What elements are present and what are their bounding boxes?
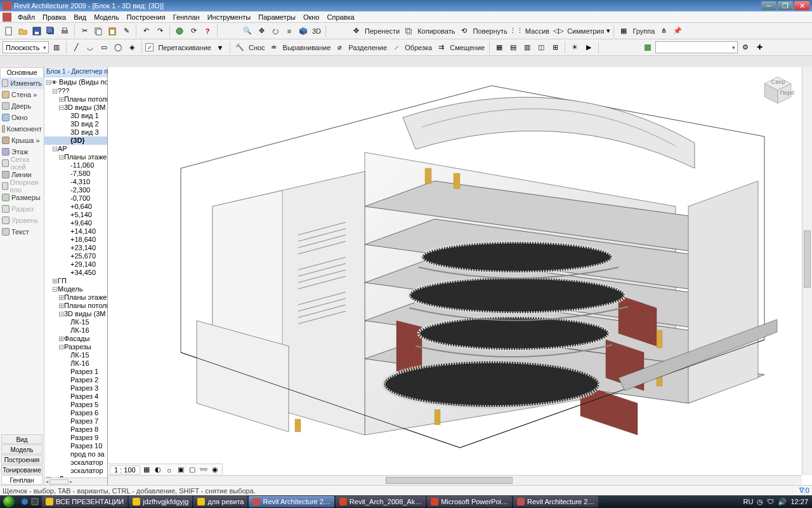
wp-show-button[interactable]: ▥ <box>50 41 63 54</box>
system-tray[interactable]: RU ◷ 🛡 🔊 12:27 <box>740 498 812 506</box>
pan-button[interactable]: ✥ <box>255 25 268 37</box>
tree-row[interactable]: эскалатор <box>44 458 107 467</box>
tree-row[interactable]: -7,580 <box>44 170 107 178</box>
design-tab-Модель[interactable]: Модель <box>1 444 43 454</box>
tree-row[interactable]: -11,060 <box>44 161 107 170</box>
copy-icon[interactable]: ⿻ <box>402 25 415 37</box>
menu-tools[interactable]: Инструменты <box>204 13 255 22</box>
tree-row[interactable]: ⊟Планы этаже <box>44 153 107 161</box>
saveall-button[interactable] <box>44 25 57 37</box>
copy-button[interactable] <box>92 25 105 37</box>
help-button[interactable]: ? <box>201 25 214 37</box>
tree-row[interactable]: ⊟3D виды (3М в <box>44 310 107 318</box>
tree-row[interactable]: Разрез 10 <box>44 442 107 450</box>
type-selector-dropdown[interactable] <box>655 41 738 53</box>
tree-row[interactable]: ЛК-16 <box>44 326 107 335</box>
browser-scrollbar[interactable]: ◂▸ <box>44 478 107 485</box>
offset-label[interactable]: Смещение <box>449 44 486 51</box>
shadows-icon[interactable]: ☼ <box>164 465 174 475</box>
design-tab-Вид[interactable]: Вид <box>1 434 43 444</box>
phase-icon[interactable] <box>641 41 654 54</box>
menu-file[interactable]: Файл <box>14 13 39 22</box>
properties-button[interactable]: ⚙ <box>739 41 752 54</box>
hide-button[interactable]: ▥ <box>521 41 534 54</box>
start-button[interactable] <box>0 495 18 508</box>
offset-icon[interactable]: ⇉ <box>435 41 447 54</box>
detail-level-icon[interactable]: ▦ <box>141 465 152 475</box>
move-label[interactable]: Перенести <box>363 27 401 35</box>
menu-site[interactable]: Генплан <box>169 13 204 22</box>
tree-row[interactable]: +34,450 <box>44 269 107 277</box>
tree-row[interactable]: ⊞Планы этаже <box>44 293 107 302</box>
3dview-icon[interactable] <box>297 25 310 37</box>
tree-row[interactable]: +23,140 <box>44 244 107 252</box>
match-button[interactable]: ✎ <box>120 25 133 37</box>
tree-row[interactable]: эскалатор <box>44 467 107 475</box>
move-icon[interactable]: ✥ <box>350 25 362 37</box>
tree-row[interactable]: ⊟АР <box>44 145 107 153</box>
app-menu-icon[interactable] <box>3 13 11 22</box>
demolish-icon[interactable]: 🔨 <box>233 41 246 54</box>
taskbar-item[interactable]: Microsoft PowerPoi… <box>427 496 512 507</box>
trim-label[interactable]: Обрезка <box>403 44 433 51</box>
hide-isolate-icon[interactable]: 👓 <box>199 465 209 475</box>
thinlines-button[interactable]: ≡ <box>283 25 296 37</box>
taskbar-item[interactable]: ВСЕ ПРЕЗЕНТАЦИИ <box>42 496 128 507</box>
rect-button[interactable]: ▭ <box>98 41 110 54</box>
redo-button[interactable]: ↷ <box>154 25 166 37</box>
close-button[interactable]: ✕ <box>794 1 809 10</box>
reload-button[interactable]: ⟳ <box>187 25 200 37</box>
tree-row[interactable]: -0,700 <box>44 194 107 203</box>
minimize-button[interactable]: ─ <box>761 1 776 10</box>
browser-tree[interactable]: ⊟👁 Виды (Виды по Наз⊟???⊞Планы потолко⊟3… <box>44 77 107 478</box>
tree-row[interactable]: ЛК-15 <box>44 318 107 326</box>
tree-row[interactable]: +18,640 <box>44 236 107 244</box>
isolate-button[interactable]: ◫ <box>535 41 547 54</box>
array-icon[interactable]: ⋮⋮ <box>510 25 523 37</box>
taskbar-item[interactable]: для ревита <box>193 496 247 507</box>
print-button[interactable] <box>58 25 71 37</box>
tree-row[interactable]: +25,670 <box>44 252 107 260</box>
model-canvas[interactable] <box>108 67 812 485</box>
viewport-3d[interactable]: Свер Перёд 1 : 100 ▦ ◐ ☼ ▣ ▢ 👓 ◉ <box>108 67 812 485</box>
design-item-Компонент[interactable]: Компонент <box>0 123 44 135</box>
menu-edit[interactable]: Правка <box>39 13 70 22</box>
tree-row[interactable]: Разрез 1 <box>44 368 107 376</box>
tree-row[interactable]: -2,300 <box>44 186 107 194</box>
design-tab-Генплан[interactable]: Генплан <box>1 475 43 485</box>
tree-row[interactable]: +14,140 <box>44 227 107 236</box>
array-label[interactable]: Массив <box>524 27 551 35</box>
tree-row[interactable]: Разрез 7 <box>44 417 107 425</box>
circle-button[interactable]: ◯ <box>112 41 124 54</box>
undo-button[interactable]: ↶ <box>140 25 152 37</box>
tree-row[interactable]: {3D} <box>44 137 107 145</box>
browser-title[interactable]: Блок 1 - Диспетчер п… <box>44 67 107 77</box>
align-icon[interactable]: ≐ <box>268 41 280 54</box>
publish-button[interactable] <box>173 25 186 37</box>
vertical-scrollbar[interactable] <box>802 67 812 475</box>
view-scale[interactable]: 1 : 100 <box>110 465 140 474</box>
menu-model[interactable]: Модель <box>90 13 122 22</box>
tree-row[interactable]: ⊟👁 Виды (Виды по Наз <box>44 78 107 87</box>
tree-row[interactable]: ⊟Разрезы <box>44 343 107 351</box>
design-tab-Построения[interactable]: Построения <box>1 455 43 464</box>
filter-button[interactable]: ▼ <box>214 41 226 54</box>
design-bar-tab-basic[interactable]: Основные <box>0 67 44 77</box>
menu-opts[interactable]: Параметры <box>254 13 299 22</box>
menu-help[interactable]: Справка <box>323 13 358 22</box>
render-button[interactable]: ☀ <box>568 41 581 54</box>
design-item-Крыша »[interactable]: Крыша » <box>0 135 44 146</box>
tray-icon[interactable]: 🔊 <box>778 498 787 506</box>
drag-checkbox[interactable] <box>145 43 154 51</box>
menu-window[interactable]: Окно <box>299 13 324 22</box>
group-icon[interactable]: ▦ <box>617 25 630 37</box>
tag-button[interactable]: ◈ <box>126 41 138 54</box>
quick-launch[interactable] <box>19 496 41 507</box>
rotate-icon[interactable]: ⟲ <box>457 25 470 37</box>
design-tab-Тонирование[interactable]: Тонирование <box>1 465 43 474</box>
tree-row[interactable]: +9,640 <box>44 219 107 227</box>
menu-view[interactable]: Вид <box>70 13 90 22</box>
language-indicator[interactable]: RU <box>743 498 754 505</box>
tree-row[interactable]: -4,310 <box>44 178 107 186</box>
design-item-Дверь[interactable]: Дверь <box>0 100 44 112</box>
